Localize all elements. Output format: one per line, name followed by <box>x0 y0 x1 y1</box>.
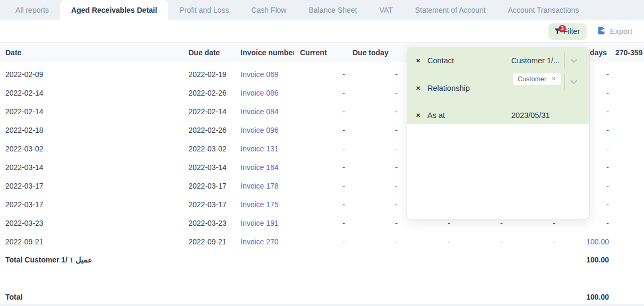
aging-cell <box>609 176 644 195</box>
current-cell: - <box>294 83 346 102</box>
export-button[interactable]: Export <box>597 26 632 37</box>
remove-tag-icon[interactable]: ✕ <box>551 75 556 82</box>
as-at-filter-label: As at <box>427 110 445 121</box>
contact-filter-label: Contact <box>427 55 454 66</box>
col-header-date: Date <box>0 43 188 62</box>
date-cell: 2022-09-21 <box>0 232 188 251</box>
chevron-down-icon[interactable] <box>568 55 580 68</box>
due-today-cell: - <box>346 195 399 214</box>
due-date-cell: 2022-03-23 <box>188 214 241 232</box>
aging-cell <box>609 139 644 158</box>
remove-relationship-filter-button[interactable]: ✕ <box>414 83 422 94</box>
aging-cell <box>609 121 644 139</box>
due-today-cell: - <box>346 121 399 139</box>
due-date-cell: 2022-02-19 <box>188 65 241 83</box>
col-header-invoice-number: Invoice number <box>241 43 294 62</box>
due-today-cell: - <box>346 139 399 158</box>
invoice-cell: Invoice 084 <box>241 102 294 121</box>
col-header-current: Current <box>294 43 346 62</box>
invoice-link[interactable]: Invoice 178 <box>241 182 279 190</box>
date-cell: 2022-02-18 <box>0 121 188 139</box>
invoice-link[interactable]: Invoice 069 <box>241 70 279 79</box>
current-cell: - <box>294 176 346 195</box>
col-header-due-date: Due date <box>188 43 241 62</box>
invoice-cell: Invoice 069 <box>241 65 294 83</box>
due-today-cell: - <box>346 65 399 83</box>
aging-cell <box>609 195 644 214</box>
due-today-cell: - <box>346 176 399 195</box>
date-cell: 2022-02-09 <box>0 65 188 83</box>
tab-all-reports[interactable]: All reports <box>4 0 60 20</box>
invoice-link[interactable]: Invoice 175 <box>241 200 279 209</box>
as-at-filter-value[interactable]: 2023/05/31 <box>511 110 550 121</box>
current-cell: - <box>294 195 346 214</box>
table-row: 2022-09-21 2022-09-21 Invoice 270 - - - … <box>0 232 644 251</box>
date-cell: 2022-03-17 <box>0 195 188 214</box>
aging-cell <box>609 158 644 176</box>
invoice-cell: Invoice 164 <box>241 158 294 176</box>
current-cell: - <box>294 121 346 139</box>
aging-cell: - <box>504 232 556 251</box>
divider <box>564 74 565 90</box>
total-customer-row: Total Customer 1/ عميل ١ 100.00 <box>0 251 644 268</box>
due-today-cell: - <box>346 232 399 251</box>
aged-receivables-report-page: All reports Aged Receivables Detail Prof… <box>0 0 644 306</box>
aging-cell: - <box>399 232 451 251</box>
current-cell: - <box>294 139 346 158</box>
due-today-cell: - <box>346 102 399 121</box>
due-date-cell: 2022-03-17 <box>188 176 241 195</box>
invoice-cell: Invoice 086 <box>241 83 294 102</box>
current-cell: - <box>294 102 346 121</box>
filter-panel: ✕ Contact Customer 1/... Customer ✕ ✕ Re… <box>407 47 590 220</box>
current-cell: - <box>294 158 346 176</box>
invoice-link[interactable]: Invoice 096 <box>241 126 279 134</box>
date-cell: 2022-03-02 <box>0 139 188 158</box>
invoice-link[interactable]: Invoice 191 <box>241 219 279 227</box>
invoice-link[interactable]: Invoice 270 <box>241 237 279 246</box>
amount-link[interactable]: 100.00 <box>586 237 609 246</box>
tab-aged-receivables-detail[interactable]: Aged Receivables Detail <box>60 0 168 20</box>
tab-cash-flow[interactable]: Cash Flow <box>240 0 297 20</box>
due-date-cell: 2022-09-21 <box>188 232 241 251</box>
aging-cell <box>609 83 644 102</box>
total-customer-amount: 100.00 <box>556 251 609 268</box>
export-button-label: Export <box>610 27 632 36</box>
section-divider <box>0 304 644 306</box>
invoice-link[interactable]: Invoice 084 <box>241 107 279 116</box>
contact-filter-value[interactable]: Customer 1/... <box>511 55 560 66</box>
invoice-link[interactable]: Invoice 131 <box>241 144 279 153</box>
due-today-cell: - <box>346 214 399 232</box>
chevron-down-icon[interactable] <box>568 76 580 89</box>
tab-vat[interactable]: VAT <box>368 0 404 20</box>
due-date-cell: 2022-02-26 <box>188 121 241 139</box>
relationship-tag-label: Customer <box>518 75 546 83</box>
tab-account-transactions[interactable]: Account Transactions <box>497 0 590 20</box>
date-cell: 2022-03-17 <box>0 176 188 195</box>
invoice-cell: Invoice 175 <box>241 195 294 214</box>
due-today-cell: - <box>346 158 399 176</box>
relationship-tag: Customer ✕ <box>513 73 561 85</box>
aging-cell <box>609 214 644 232</box>
tab-balance-sheet[interactable]: Balance Sheet <box>297 0 368 20</box>
aging-cell <box>609 102 644 121</box>
invoice-cell: Invoice 131 <box>241 139 294 158</box>
invoice-link[interactable]: Invoice 164 <box>241 163 279 172</box>
invoice-link[interactable]: Invoice 086 <box>241 89 279 97</box>
remove-contact-filter-button[interactable]: ✕ <box>414 55 422 66</box>
aging-cell: - <box>451 232 504 251</box>
tab-profit-and-loss[interactable]: Profit and Loss <box>168 0 240 20</box>
grand-total-amount: 100.00 <box>556 287 609 306</box>
due-date-cell: 2022-03-17 <box>188 195 241 214</box>
invoice-cell: Invoice 096 <box>241 121 294 139</box>
col-header-due-today: Due today <box>346 43 399 62</box>
filter-button[interactable]: 3 Filter <box>548 23 587 40</box>
current-cell: - <box>294 65 346 83</box>
col-header-270-359: 270-359 <box>609 43 644 62</box>
tab-statement-of-account[interactable]: Statement of Account <box>404 0 497 20</box>
invoice-cell: Invoice 270 <box>241 232 294 251</box>
due-date-cell: 2022-03-02 <box>188 139 241 158</box>
due-date-cell: 2022-02-26 <box>188 83 241 102</box>
total-customer-label: Total Customer 1/ عميل ١ <box>0 251 556 268</box>
divider <box>564 53 565 69</box>
remove-as-at-filter-button[interactable]: ✕ <box>414 110 422 121</box>
